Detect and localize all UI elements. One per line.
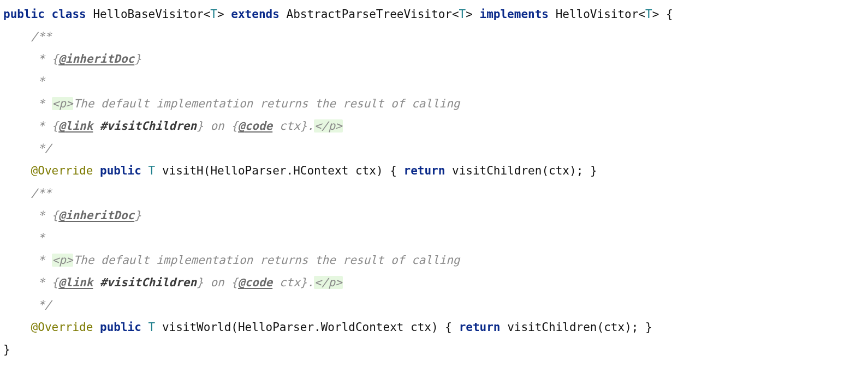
javadoc-tag-inheritdoc: @inheritDoc	[58, 209, 134, 222]
javadoc-line: * {@inheritDoc}	[31, 52, 141, 65]
line-method-visitWorld: @Override public T visitWorld(HelloParse…	[31, 321, 652, 334]
type-param: T	[210, 8, 217, 21]
keyword-public: public	[3, 8, 45, 21]
class-close-brace: }	[3, 343, 10, 356]
javadoc-line: * {@link #visitChildren} on {@code ctx}.…	[31, 276, 343, 289]
keyword-extends: extends	[231, 8, 280, 21]
javadoc-tag-link: @link	[58, 276, 93, 289]
javadoc-open: /**	[31, 30, 52, 43]
javadoc-close: */	[31, 298, 52, 311]
keyword-implements: implements	[480, 8, 549, 21]
html-p-open: <p>	[52, 97, 74, 110]
html-p-open: <p>	[52, 254, 74, 267]
keyword-return: return	[404, 164, 445, 177]
javadoc-ref-visitchildren: #visitChildren	[100, 276, 197, 289]
superclass-name: AbstractParseTreeVisitor	[286, 8, 451, 21]
javadoc-line: * {@link #visitChildren} on {@code ctx}.…	[31, 119, 343, 133]
annotation-override: @Override	[31, 321, 93, 334]
javadoc-line: * <p>The default implementation returns …	[31, 97, 460, 110]
javadoc-line: * <p>The default implementation returns …	[31, 254, 460, 267]
interface-name: HelloVisitor	[556, 8, 639, 21]
javadoc-open: /**	[31, 186, 52, 200]
javadoc-line: *	[31, 75, 45, 88]
line-method-visitH: @Override public T visitH(HelloParser.HC…	[31, 164, 597, 177]
keyword-return: return	[459, 321, 501, 334]
method-name-visitH: visitH	[162, 164, 204, 177]
javadoc-close: */	[31, 142, 52, 155]
javadoc-tag-code: @code	[238, 119, 272, 133]
javadoc-tag-inheritdoc: @inheritDoc	[58, 52, 134, 65]
javadoc-line: * {@inheritDoc}	[31, 209, 141, 222]
html-p-close: </p>	[314, 276, 343, 289]
code-editor[interactable]: public class HelloBaseVisitor<T> extends…	[0, 0, 868, 361]
javadoc-tag-code: @code	[238, 276, 272, 289]
javadoc-tag-link: @link	[58, 119, 93, 133]
javadoc-ref-visitchildren: #visitChildren	[100, 119, 197, 133]
method-name-visitWorld: visitWorld	[162, 321, 231, 334]
html-p-close: </p>	[314, 119, 343, 133]
line-class-decl: public class HelloBaseVisitor<T> extends…	[3, 8, 673, 21]
javadoc-line: *	[31, 231, 45, 244]
class-name: HelloBaseVisitor	[93, 8, 203, 21]
annotation-override: @Override	[31, 164, 93, 177]
keyword-class: class	[52, 8, 86, 21]
